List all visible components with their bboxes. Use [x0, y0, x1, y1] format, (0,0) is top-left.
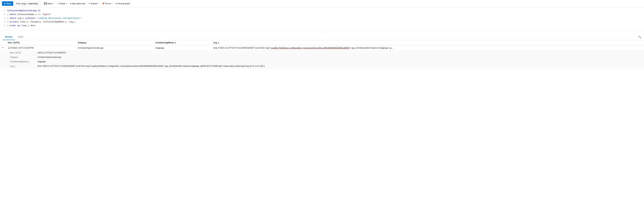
cell-category: ContainerAppConsoleLogs — [76, 45, 154, 51]
export-label: Export — [91, 2, 97, 5]
new-alert-label: New alert rule — [72, 2, 85, 5]
share-chevron-icon: ▾ — [66, 3, 67, 5]
code-editor[interactable]: 1 ContainerAppConsoleLogs_CL 2 | where C… — [0, 7, 644, 30]
run-label: Run — [7, 2, 11, 5]
code-line-1: 1 ContainerAppConsoleLogs_CL — [0, 9, 644, 13]
expand-val-time: 2023-11-07T18:37:14.5294207Z — [38, 52, 66, 54]
save-button[interactable]: 💾 Save ▾ — [43, 2, 55, 6]
results-area: time_t [UTC] Category ContainerAppName_s… — [0, 40, 644, 68]
code-line-2: 2 | where ContainerName_s == "daprd" — [0, 13, 644, 17]
tabs-bar: Results Chart 🔍 — [0, 34, 644, 40]
row-expand-toggle[interactable]: ▼ — [0, 45, 6, 51]
toolbar: Run Time range : Last hour 💾 Save ▾ ↗ Sh… — [0, 0, 644, 7]
plus-icon: + — [70, 2, 71, 5]
expand-row-appname: ContainerAppName_s stageapp — [0, 60, 644, 64]
line-num-2: 2 — [2, 13, 5, 16]
expand-val-category: ContainerAppConsoleLogs — [38, 56, 61, 58]
pin-to-label: Pin to — [105, 2, 111, 5]
line-num-3: 3 — [2, 17, 5, 20]
table-header-row: time_t [UTC] Category ContainerAppName_s… — [0, 40, 644, 45]
save-icon: 💾 — [44, 2, 47, 5]
expand-row-log: Log_s time="2023-11-07T18:37:14.52933316… — [0, 64, 644, 68]
expand-label-time: time_t [UTC] — [10, 52, 36, 54]
code-line-3: 3 | where Log_s contains "Loading Resili… — [0, 17, 644, 20]
pin-icon: 📌 — [102, 2, 104, 5]
col-header-time[interactable]: time_t [UTC] — [6, 40, 76, 45]
code-line-5: 5 | order by time_t desc — [0, 24, 644, 28]
line-num-1: 1 — [2, 9, 5, 12]
results-table: time_t [UTC] Category ContainerAppName_s… — [0, 40, 644, 68]
expand-val-log: time="2023-11-07T18:37:14.5293331669Z" l… — [38, 65, 265, 67]
expand-label-log: Log_s — [10, 65, 36, 67]
cell-log: time="2023-11-07T18:37:14.5293331669Z" l… — [211, 45, 644, 51]
col-header-appname[interactable]: ContainerAppName_s — [154, 40, 212, 45]
save-chevron-icon: ▾ — [53, 3, 54, 5]
col-header-category[interactable]: Category — [76, 40, 154, 45]
code-line-4: 4 | project time_t, Category, ContainerA… — [0, 20, 644, 24]
share-button[interactable]: ↗ Share ▾ — [56, 2, 68, 6]
time-range-label: Time range : — [16, 2, 28, 5]
editor-ellipsis: ... — [0, 30, 644, 34]
expand-label-appname: ContainerAppName_s — [10, 61, 36, 63]
time-range-button[interactable]: Time range : Last hour — [14, 1, 40, 6]
table-row: ▼ 11/7/2023, 6:37:14.529 PM ContainerApp… — [0, 45, 644, 51]
search-icon[interactable]: 🔍 — [638, 36, 641, 39]
format-query-label: Format query — [118, 2, 130, 5]
cell-appname: stageapp — [154, 45, 212, 51]
export-button[interactable]: ↦ Export ▾ — [87, 2, 100, 6]
share-label: Share — [60, 2, 65, 5]
pin-to-button[interactable]: 📌 Pin to ▾ — [100, 2, 114, 6]
time-range-value: Last hour — [28, 2, 38, 5]
expand-col-header — [0, 40, 6, 45]
line-num-4: 4 — [2, 21, 5, 24]
save-label: Save — [48, 2, 52, 5]
new-alert-button[interactable]: + New alert rule — [69, 2, 86, 6]
expand-val-appname: stageapp — [38, 61, 46, 63]
expand-row-category: Category ContainerAppConsoleLogs — [0, 55, 644, 60]
col-header-log[interactable]: Log_s — [211, 40, 644, 45]
play-icon — [4, 3, 6, 5]
cell-timestamp: 11/7/2023, 6:37:14.529 PM — [6, 45, 76, 51]
run-button[interactable]: Run — [2, 1, 13, 6]
share-icon: ↗ — [57, 2, 59, 5]
expand-row-time: time_t [UTC] 2023-11-07T18:37:14.5294207… — [0, 51, 644, 55]
pin-chevron-icon: ▾ — [112, 3, 112, 5]
format-query-button[interactable]: ≡ Format query — [114, 2, 132, 6]
tab-results[interactable]: Results — [3, 34, 15, 40]
expand-label-category: Category — [10, 56, 36, 58]
export-icon: ↦ — [88, 2, 90, 5]
format-icon: ≡ — [116, 2, 117, 5]
export-chevron-icon: ▾ — [98, 3, 99, 5]
tab-chart[interactable]: Chart — [16, 34, 26, 40]
line-num-5: 5 — [2, 24, 5, 27]
